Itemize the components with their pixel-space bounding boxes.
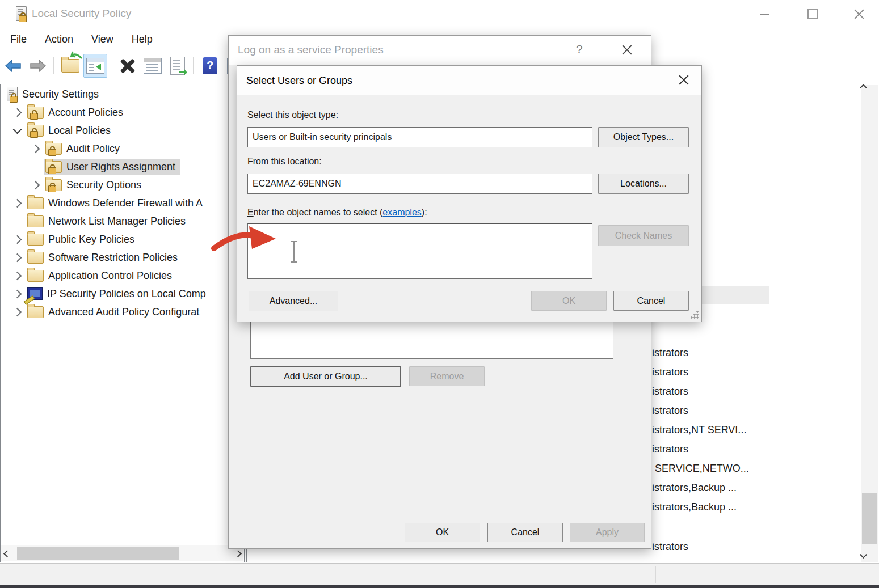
minimize-button[interactable] <box>745 0 784 28</box>
show-console-tree-icon[interactable] <box>83 54 107 78</box>
list-row[interactable]: istrators <box>647 441 693 458</box>
locations-button[interactable]: Locations... <box>598 174 689 194</box>
window-title: Local Security Policy <box>32 7 131 20</box>
add-user-or-group-button[interactable]: Add User or Group... <box>250 366 401 387</box>
chevron-right-icon[interactable] <box>9 236 26 243</box>
scroll-up-button[interactable] <box>861 85 878 100</box>
properties-icon[interactable] <box>141 54 165 78</box>
tree-item-label: Windows Defender Firewall with A <box>48 197 203 209</box>
examples-link[interactable]: examples <box>382 208 421 217</box>
close-icon[interactable] <box>678 74 691 87</box>
status-bar <box>0 563 879 585</box>
ok-button[interactable]: OK <box>531 291 607 311</box>
tree-item-network-list-manager-policies[interactable]: Network List Manager Policies <box>1 213 191 230</box>
chevron-right-icon[interactable] <box>9 291 26 297</box>
export-list-icon[interactable] <box>166 54 190 78</box>
enter-object-names-label: Enter the object names to select (exampl… <box>247 208 427 218</box>
scrollbar-thumb[interactable] <box>862 493 877 544</box>
list-row[interactable]: istrators,Backup ... <box>647 479 741 497</box>
folder-icon <box>27 306 44 318</box>
chevron-up-icon <box>860 84 867 91</box>
close-icon <box>853 9 865 20</box>
chevron-right-icon[interactable] <box>9 109 26 116</box>
back-icon[interactable] <box>1 54 25 78</box>
tree-item-label: Network List Manager Policies <box>48 215 186 227</box>
tree-horizontal-scrollbar[interactable] <box>1 545 243 561</box>
from-location-label: From this location: <box>247 156 322 167</box>
tree-item-public-key-policies[interactable]: Public Key Policies <box>1 231 140 248</box>
advanced-button[interactable]: Advanced... <box>249 291 338 311</box>
tree-item-software-restriction-policies[interactable]: Software Restriction Policies <box>1 249 183 266</box>
scrollbar-thumb[interactable] <box>17 547 179 560</box>
chevron-down-icon <box>860 551 867 559</box>
scroll-down-button[interactable] <box>861 545 878 560</box>
help-icon[interactable]: ? <box>576 43 583 56</box>
folder-icon <box>27 215 44 227</box>
menu-item-file[interactable]: File <box>2 33 35 45</box>
list-row[interactable]: istrators <box>647 383 693 400</box>
list-row[interactable]: SERVICE,NETWO... <box>647 460 754 477</box>
tree-item-account-policies[interactable]: Account Policies <box>1 104 128 121</box>
chevron-right-icon[interactable] <box>27 146 44 152</box>
annotation-arrow-icon <box>211 225 280 254</box>
chevron-left-icon <box>3 550 11 557</box>
list-row[interactable]: istrators <box>647 538 693 556</box>
scroll-left-button[interactable] <box>1 545 12 561</box>
chevron-down-icon[interactable] <box>9 129 26 133</box>
menu-item-help[interactable]: Help <box>124 33 161 45</box>
forward-icon[interactable] <box>26 54 50 78</box>
menu-item-view[interactable]: View <box>83 33 121 45</box>
folder-icon <box>27 252 44 264</box>
object-type-field[interactable]: Users or Built-in security principals <box>247 127 592 147</box>
list-row[interactable]: istrators <box>647 363 693 381</box>
tree-item-advanced-audit-policy-configurat[interactable]: Advanced Audit Policy Configurat <box>1 303 204 321</box>
location-field[interactable]: EC2AMAZ-69ENNGN <box>247 174 592 194</box>
delete-icon[interactable] <box>116 54 140 78</box>
maximize-button[interactable] <box>793 0 832 28</box>
tree-item-windows-defender-firewall-with-a[interactable]: Windows Defender Firewall with A <box>1 194 208 212</box>
folder-lock-icon <box>45 161 62 173</box>
check-names-button[interactable]: Check Names <box>598 225 689 246</box>
list-row[interactable]: istrators <box>647 402 693 420</box>
help-icon[interactable]: ? <box>198 54 222 78</box>
tree-item-ip-security-policies-on-local-comp[interactable]: IP Security Policies on Local Comp <box>1 285 211 303</box>
object-names-input[interactable] <box>247 223 592 279</box>
text-cursor-icon <box>289 240 298 263</box>
apply-button[interactable]: Apply <box>570 523 645 542</box>
ipsec-icon <box>27 287 43 300</box>
minimize-icon <box>760 14 769 15</box>
export-folder-icon[interactable] <box>58 54 82 78</box>
chevron-right-icon[interactable] <box>9 309 26 315</box>
ok-button[interactable]: OK <box>405 523 480 542</box>
cancel-button[interactable]: Cancel <box>487 523 563 542</box>
tree-item-security-settings[interactable]: Security Settings <box>1 86 104 103</box>
list-row[interactable]: istrators <box>647 344 693 362</box>
chevron-right-icon[interactable] <box>27 182 44 188</box>
tree-item-audit-policy[interactable]: Audit Policy <box>1 140 125 158</box>
remove-button[interactable]: Remove <box>409 366 485 386</box>
tree-item-application-control-policies[interactable]: Application Control Policies <box>1 267 177 285</box>
tree-item-security-options[interactable]: Security Options <box>1 176 146 194</box>
folder-icon <box>27 270 44 282</box>
app-icon <box>16 6 27 21</box>
select-users-or-groups-dialog: Select Users or Groups Select this objec… <box>237 65 702 322</box>
folder-lock-icon <box>45 143 62 155</box>
resize-grip-icon[interactable] <box>690 310 699 319</box>
list-vertical-scrollbar[interactable] <box>861 85 878 562</box>
chevron-right-icon[interactable] <box>9 273 26 279</box>
tree-item-label: Account Policies <box>48 107 123 119</box>
tree-item-label: Software Restriction Policies <box>48 252 178 264</box>
cancel-button[interactable]: Cancel <box>613 291 689 311</box>
local-security-policy-window: Local Security Policy FileActionViewHelp… <box>0 0 879 588</box>
close-button[interactable] <box>839 0 879 28</box>
chevron-right-icon[interactable] <box>9 200 26 206</box>
tree-item-label: Local Policies <box>48 125 111 137</box>
tree-item-local-policies[interactable]: Local Policies <box>1 122 116 139</box>
object-types-button[interactable]: Object Types... <box>598 127 689 147</box>
menu-item-action[interactable]: Action <box>37 33 81 45</box>
chevron-right-icon[interactable] <box>9 255 26 261</box>
tree-item-user-rights-assignment[interactable]: User Rights Assignment <box>1 158 180 176</box>
list-row[interactable]: istrators,NT SERVI... <box>647 421 751 439</box>
list-row[interactable]: istrators,Backup ... <box>647 498 741 516</box>
close-icon[interactable] <box>621 44 634 57</box>
